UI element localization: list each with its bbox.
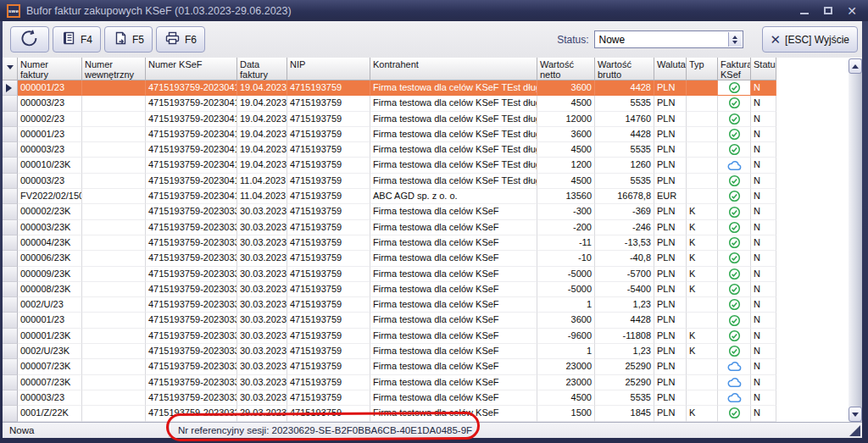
column-header-faktura[interactable]: Faktura KSef [718,58,751,80]
cell-brutto: 5535 [595,142,654,158]
table-row[interactable]: 000009/23K4715193759-202303330.03.202347… [3,267,849,282]
column-header-numer_ksef[interactable]: Numer KSeF [146,58,237,80]
app-window: swe Bufor faktur zakupowych KSeF (01.03.… [0,0,868,443]
check-icon [718,251,750,265]
column-header-brutto[interactable]: Wartość brutto [595,58,654,80]
session-reference: Nr referencyjny sesji: 20230629-SE-B2F0B… [170,425,472,435]
cell-waluta: PLN [654,235,687,251]
cell-status: N [751,375,776,390]
cell-nip: 4715193759 [287,297,370,313]
table-row[interactable]: 000002/234715193759-202304119.04.2023471… [3,112,849,127]
scroll-up-button[interactable] [849,58,862,74]
table-row[interactable]: 000007/23K4715193759-202303330.03.202347… [3,375,849,390]
cell-kontrahent: Firma testowa dla celów KSeF [370,406,537,421]
table-row[interactable]: 0002/U/23K4715193759-202303330.03.202347… [3,344,849,359]
cell-waluta: PLN [654,158,687,173]
cell-faktura-ksef [718,127,751,142]
refresh-icon [20,29,39,50]
cell-brutto: -369 [595,204,654,219]
table-row[interactable]: 000001/234715193759-202304119.04.2023471… [3,80,849,96]
cell-numer_ksef: 4715193759-2023041 [146,189,237,204]
table-row[interactable]: 0002/U/234715193759-202303330.03.2023471… [3,297,849,313]
table-row[interactable]: 000003/234715193759-202303330.03.2023471… [3,390,849,406]
cell-typ: K [687,329,718,344]
cell-data_faktury: 11.04.2023 [237,174,287,189]
cell-nip: 4715193759 [287,174,370,189]
column-header-sel[interactable] [3,58,18,80]
titlebar[interactable]: swe Bufor faktur zakupowych KSeF (01.03.… [0,0,868,21]
cell-kontrahent: Firma testowa dla celów KSeF [370,329,537,344]
exit-button[interactable]: ✕ [ESC] Wyjście [762,26,858,53]
table-row[interactable]: 000003/234715193759-202304119.04.2023471… [3,142,849,158]
cell-data_faktury: 30.03.2023 [237,204,287,219]
print-button[interactable]: F6 [156,26,205,53]
check-icon [718,127,750,141]
toolbar-f5-label: F5 [132,34,144,46]
status-combo-spinner[interactable] [728,32,742,47]
refresh-button[interactable] [10,26,49,53]
send-invoice-button[interactable]: F5 [104,26,153,53]
table-row[interactable]: 0001/Z/22K4715193759-202303229.03.202347… [3,406,849,421]
cell-typ [687,189,718,204]
close-button[interactable]: ✕ [846,5,858,17]
cell-numer_wewnetrzny [82,406,146,421]
minimize-button[interactable] [798,5,810,17]
table-row[interactable]: 000003/23K4715193759-202303330.03.202347… [3,220,849,235]
cell-numer_ksef: 4715193759-2023041 [146,158,237,173]
cell-netto: -10 [537,251,595,266]
table-row[interactable]: 000002/23K4715193759-202303330.03.202347… [3,204,849,219]
cell-nip: 4715193759 [287,313,370,328]
scroll-down-button[interactable] [849,407,862,422]
cell-nip: 4715193759 [287,204,370,219]
table-row[interactable]: FV2022/02/1504715193759-202304111.04.202… [3,189,849,204]
resize-grip[interactable] [849,425,860,436]
table-row[interactable]: 000004/23K4715193759-202303330.03.202347… [3,235,849,251]
table-row[interactable]: 000010/23K4715193759-202304119.04.202347… [3,158,849,173]
cell-numer_faktury: 000001/23K [18,329,82,344]
cell-nip: 4715193759 [287,142,370,158]
cell-numer_ksef: 4715193759-2023041 [146,80,237,96]
check-icon [718,204,750,219]
current-row-marker-icon [6,84,12,92]
cell-waluta: PLN [654,220,687,235]
cell-kontrahent: Firma testowa dla celów KSeF TEst długi [370,112,537,127]
column-header-numer_wewnetrzny[interactable]: Numer wewnętrzny [82,58,146,80]
column-header-waluta[interactable]: Waluta [654,58,687,80]
column-header-data_faktury[interactable]: Data faktury [237,58,287,80]
table-row[interactable]: 000003/234715193759-202304119.04.2023471… [3,96,849,111]
column-header-status[interactable]: Status [751,58,776,80]
row-selector-cell [3,359,18,374]
cell-data_faktury: 30.03.2023 [237,375,287,390]
status-filter-combo[interactable]: Nowe [594,30,743,48]
table-row[interactable]: 000007/23K4715193759-202303330.03.202347… [3,359,849,374]
column-header-typ[interactable]: Typ [687,58,718,80]
table-row[interactable]: 000003/234715193759-202304111.04.2023471… [3,174,849,189]
column-header-netto[interactable]: Wartość netto [537,58,595,80]
row-selector-cell [3,251,18,266]
cell-typ: K [687,267,718,282]
cell-faktura-ksef [718,267,751,282]
cell-netto: -200 [537,220,595,235]
check-icon [718,142,750,157]
cell-numer_wewnetrzny [82,313,146,328]
cell-typ: K [687,282,718,297]
maximize-button[interactable] [822,5,834,17]
row-selector-cell [3,329,18,344]
show-document-button[interactable]: F4 [53,26,101,53]
cell-numer_faktury: 000006/23K [18,251,82,266]
cell-numer_wewnetrzny [82,329,146,344]
column-header-nip[interactable]: NIP [287,58,370,80]
cell-numer_faktury: 000002/23K [18,204,82,219]
table-row[interactable]: 000006/23K4715193759-202303330.03.202347… [3,251,849,266]
column-header-kontrahent[interactable]: Kontrahent [370,58,537,80]
cell-netto: 12000 [537,112,595,127]
cell-waluta: EUR [654,189,687,204]
table-row[interactable]: 000008/23K4715193759-202303330.03.202347… [3,282,849,297]
table-row[interactable]: 000001/23K4715193759-202303330.03.202347… [3,329,849,344]
cell-faktura-ksef [718,80,751,96]
cell-data_faktury: 30.03.2023 [237,235,287,251]
column-header-numer_faktury[interactable]: Numer faktury [18,58,82,80]
vertical-scrollbar[interactable] [849,58,862,422]
table-row[interactable]: 000001/234715193759-202304119.04.2023471… [3,127,849,142]
table-row[interactable]: 000001/234715193759-202303330.03.2023471… [3,313,849,328]
